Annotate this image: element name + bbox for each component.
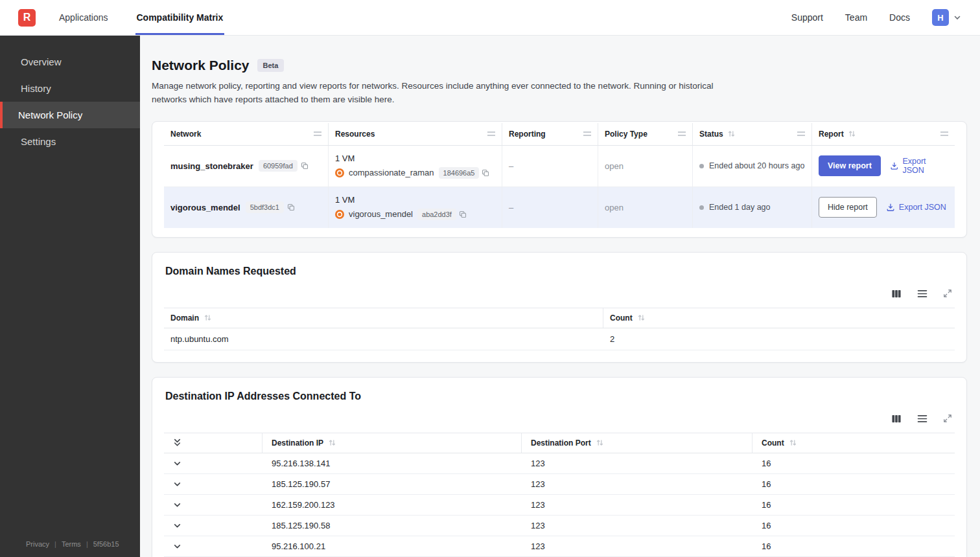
networks-table: Network Resources Reporting Policy Type: [164, 122, 955, 237]
column-header-network[interactable]: Network: [164, 123, 329, 145]
sort-icon[interactable]: [848, 130, 856, 137]
column-header-destination-port[interactable]: Destination Port: [522, 433, 752, 453]
column-header-policy-type[interactable]: Policy Type: [598, 123, 693, 145]
report-cell: View report Export JSON: [812, 146, 955, 187]
expand-row-button[interactable]: [164, 516, 262, 536]
column-label: Resources: [335, 130, 375, 139]
column-resize-handle[interactable]: [487, 131, 495, 136]
destination-table-row[interactable]: 162.159.200.123 123 16: [164, 495, 955, 516]
policy-type-cell: open: [598, 187, 693, 228]
copy-icon[interactable]: [287, 203, 295, 211]
column-resize-handle[interactable]: [583, 131, 591, 136]
sort-icon[interactable]: [204, 314, 212, 321]
column-resize-handle[interactable]: [314, 131, 321, 136]
count-cell: 16: [752, 453, 955, 473]
chevron-down-icon: [173, 480, 181, 488]
sidebar-item-settings[interactable]: Settings: [0, 128, 140, 155]
count-cell: 16: [752, 536, 955, 556]
destinations-card-title: Destination IP Addresses Connected To: [152, 378, 966, 402]
terms-link[interactable]: Terms: [62, 540, 81, 548]
page-description: Manage network policy, reporting and vie…: [152, 80, 725, 107]
destination-table-row[interactable]: 95.216.138.141 123 16: [164, 453, 955, 474]
expand-row-button[interactable]: [164, 453, 262, 473]
network-id-badge: 5bdf3dc1: [246, 201, 284, 213]
sort-icon[interactable]: [596, 439, 604, 446]
nav-docs[interactable]: Docs: [889, 12, 910, 23]
destination-port-cell: 123: [522, 536, 752, 556]
domains-card: Domain Names Requested Domain: [152, 252, 967, 363]
column-label: Report: [819, 130, 844, 139]
vm-count: 1 VM: [335, 153, 355, 163]
row-density-icon[interactable]: [917, 415, 928, 423]
status-dot: [699, 205, 704, 210]
column-header-domain[interactable]: Domain: [164, 308, 603, 328]
fullscreen-icon[interactable]: [943, 289, 952, 298]
view-report-button[interactable]: View report: [819, 155, 881, 176]
status-cell: Ended about 20 hours ago: [693, 146, 812, 187]
column-header-report[interactable]: Report: [812, 123, 955, 145]
column-resize-handle[interactable]: [940, 131, 948, 136]
columns-icon[interactable]: [891, 289, 902, 299]
column-header-count[interactable]: Count: [752, 433, 955, 453]
fullscreen-icon[interactable]: [943, 414, 952, 423]
domains-table: Domain Count ntp.ubuntu.com 2: [164, 308, 955, 362]
chevron-down-icon: [173, 501, 181, 509]
column-header-reporting[interactable]: Reporting: [502, 123, 598, 145]
export-json-button[interactable]: Export JSON: [890, 157, 948, 175]
reporting-cell: –: [502, 146, 598, 187]
download-icon: [886, 203, 895, 212]
nav-compatibility-matrix[interactable]: Compatibility Matrix: [135, 0, 225, 35]
column-label: Domain: [170, 313, 199, 323]
copy-icon[interactable]: [459, 210, 467, 218]
row-density-icon[interactable]: [917, 290, 928, 298]
destination-table-row[interactable]: 185.125.190.58 123 16: [164, 516, 955, 536]
report-cell: Hide report Export JSON: [812, 187, 955, 228]
export-json-label: Export JSON: [899, 203, 946, 212]
nav-applications[interactable]: Applications: [58, 0, 110, 35]
destination-table-row[interactable]: 185.125.190.57 123 16: [164, 474, 955, 495]
network-cell: vigorous_mendel 5bdf3dc1: [164, 187, 329, 228]
sidebar-item-overview[interactable]: Overview: [0, 49, 140, 75]
expand-row-button[interactable]: [164, 536, 262, 556]
avatar[interactable]: H: [932, 9, 949, 26]
nav-support[interactable]: Support: [791, 12, 823, 23]
copy-icon[interactable]: [482, 169, 489, 177]
copy-icon[interactable]: [301, 162, 309, 170]
nav-team[interactable]: Team: [845, 12, 867, 23]
footer-divider: |: [86, 540, 88, 548]
expand-row-button[interactable]: [164, 495, 262, 515]
destination-table-row[interactable]: 95.216.100.21 123 16: [164, 536, 955, 557]
page-title: Network Policy: [152, 58, 250, 73]
sidebar-item-history[interactable]: History: [0, 75, 140, 102]
chevron-down-icon[interactable]: [953, 13, 962, 22]
sort-icon[interactable]: [789, 439, 797, 446]
column-resize-handle[interactable]: [678, 131, 686, 136]
status-cell: Ended 1 day ago: [693, 187, 812, 228]
export-json-button[interactable]: Export JSON: [886, 203, 946, 212]
app-logo[interactable]: R: [18, 9, 36, 27]
destination-port-cell: 123: [522, 453, 752, 473]
column-header-status[interactable]: Status: [693, 123, 812, 145]
expand-all-button[interactable]: [164, 433, 262, 453]
hide-report-button[interactable]: Hide report: [819, 197, 877, 218]
top-navigation: Applications Compatibility Matrix: [58, 0, 224, 35]
privacy-link[interactable]: Privacy: [26, 540, 49, 548]
resources-cell: 1 VM vigorous_mendel aba2dd3f: [329, 187, 502, 228]
expand-row-button[interactable]: [164, 474, 262, 494]
network-name: vigorous_mendel: [170, 203, 240, 212]
column-header-count[interactable]: Count: [603, 308, 955, 328]
column-resize-handle[interactable]: [797, 131, 805, 136]
column-header-destination-ip[interactable]: Destination IP: [262, 433, 522, 453]
sort-icon[interactable]: [328, 439, 336, 446]
resource-id-badge: 184696a5: [439, 167, 480, 179]
network-table-row[interactable]: musing_stonebraker 60959fad 1 VM compas: [164, 146, 955, 187]
network-table-row[interactable]: vigorous_mendel 5bdf3dc1 1 VM vigorous_: [164, 187, 955, 228]
sort-icon[interactable]: [727, 130, 736, 137]
account-menu[interactable]: H: [932, 9, 962, 26]
columns-icon[interactable]: [891, 414, 902, 424]
domain-table-row[interactable]: ntp.ubuntu.com 2: [164, 328, 955, 350]
table-toolbar: [152, 402, 966, 424]
sidebar-item-network-policy[interactable]: Network Policy: [0, 102, 140, 128]
sort-icon[interactable]: [637, 314, 646, 321]
column-header-resources[interactable]: Resources: [329, 123, 502, 145]
